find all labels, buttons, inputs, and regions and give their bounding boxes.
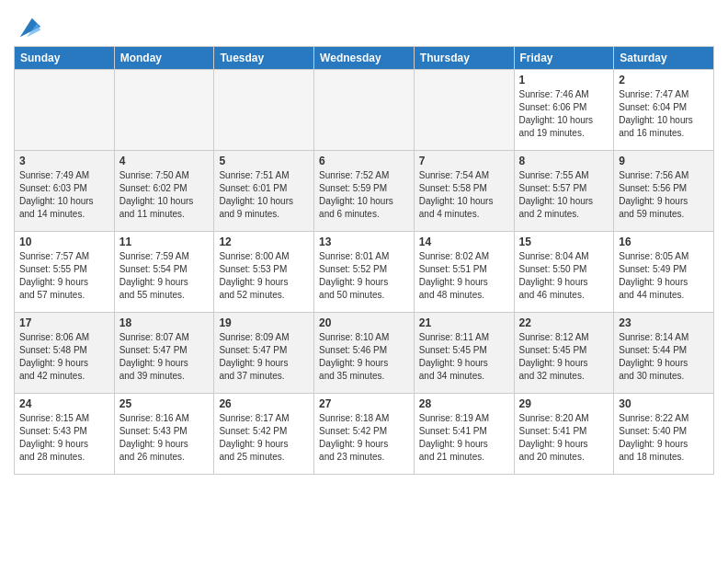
day-number: 5: [219, 155, 309, 167]
day-info: Sunrise: 7:57 AM Sunset: 5:55 PM Dayligh…: [19, 250, 109, 302]
day-number: 20: [319, 316, 409, 329]
calendar-cell: 28Sunrise: 8:19 AM Sunset: 5:41 PM Dayli…: [414, 394, 514, 475]
day-number: 21: [419, 316, 509, 329]
calendar-cell: 20Sunrise: 8:10 AM Sunset: 5:46 PM Dayli…: [314, 313, 415, 394]
day-info: Sunrise: 8:00 AM Sunset: 5:53 PM Dayligh…: [219, 250, 309, 302]
day-number: 14: [419, 236, 509, 248]
weekday-header-monday: Monday: [114, 47, 214, 70]
day-info: Sunrise: 8:07 AM Sunset: 5:47 PM Dayligh…: [119, 331, 210, 383]
calendar-cell: 16Sunrise: 8:05 AM Sunset: 5:49 PM Dayli…: [614, 232, 714, 313]
calendar-week-row: 1Sunrise: 7:46 AM Sunset: 6:06 PM Daylig…: [15, 70, 714, 151]
calendar-cell: [114, 70, 214, 151]
calendar-week-row: 10Sunrise: 7:57 AM Sunset: 5:55 PM Dayli…: [15, 232, 714, 313]
day-info: Sunrise: 8:19 AM Sunset: 5:41 PM Dayligh…: [419, 412, 509, 464]
calendar-cell: 22Sunrise: 8:12 AM Sunset: 5:45 PM Dayli…: [514, 313, 614, 394]
day-info: Sunrise: 7:47 AM Sunset: 6:04 PM Dayligh…: [619, 88, 709, 140]
calendar-week-row: 17Sunrise: 8:06 AM Sunset: 5:48 PM Dayli…: [15, 313, 714, 394]
calendar-cell: 18Sunrise: 8:07 AM Sunset: 5:47 PM Dayli…: [114, 313, 214, 394]
day-number: 24: [19, 397, 109, 410]
calendar-cell: 8Sunrise: 7:55 AM Sunset: 5:57 PM Daylig…: [514, 151, 614, 232]
calendar-cell: [314, 70, 415, 151]
weekday-header-row: SundayMondayTuesdayWednesdayThursdayFrid…: [15, 47, 714, 70]
calendar-cell: [15, 70, 115, 151]
calendar-table: SundayMondayTuesdayWednesdayThursdayFrid…: [14, 46, 714, 475]
day-info: Sunrise: 8:16 AM Sunset: 5:43 PM Dayligh…: [119, 412, 210, 464]
weekday-header-saturday: Saturday: [614, 47, 714, 70]
day-number: 25: [119, 397, 210, 410]
day-info: Sunrise: 7:59 AM Sunset: 5:54 PM Dayligh…: [119, 250, 210, 302]
calendar-cell: 11Sunrise: 7:59 AM Sunset: 5:54 PM Dayli…: [114, 232, 214, 313]
calendar-cell: 15Sunrise: 8:04 AM Sunset: 5:50 PM Dayli…: [514, 232, 614, 313]
day-info: Sunrise: 7:55 AM Sunset: 5:57 PM Dayligh…: [519, 169, 609, 221]
day-info: Sunrise: 7:54 AM Sunset: 5:58 PM Dayligh…: [419, 169, 509, 221]
calendar-cell: 2Sunrise: 7:47 AM Sunset: 6:04 PM Daylig…: [614, 70, 714, 151]
day-number: 6: [319, 155, 409, 167]
calendar-cell: 4Sunrise: 7:50 AM Sunset: 6:02 PM Daylig…: [114, 151, 214, 232]
day-info: Sunrise: 8:18 AM Sunset: 5:42 PM Dayligh…: [319, 412, 409, 464]
day-info: Sunrise: 8:12 AM Sunset: 5:45 PM Dayligh…: [519, 331, 609, 383]
day-info: Sunrise: 8:02 AM Sunset: 5:51 PM Dayligh…: [419, 250, 509, 302]
day-number: 28: [419, 397, 509, 410]
day-number: 18: [119, 316, 210, 329]
calendar-cell: 9Sunrise: 7:56 AM Sunset: 5:56 PM Daylig…: [614, 151, 714, 232]
day-info: Sunrise: 7:49 AM Sunset: 6:03 PM Dayligh…: [19, 169, 109, 221]
weekday-header-tuesday: Tuesday: [214, 47, 314, 70]
calendar-cell: 17Sunrise: 8:06 AM Sunset: 5:48 PM Dayli…: [15, 313, 115, 394]
calendar-cell: 21Sunrise: 8:11 AM Sunset: 5:45 PM Dayli…: [414, 313, 514, 394]
day-info: Sunrise: 7:52 AM Sunset: 5:59 PM Dayligh…: [319, 169, 409, 221]
day-number: 11: [119, 236, 210, 248]
day-info: Sunrise: 8:05 AM Sunset: 5:49 PM Dayligh…: [619, 250, 709, 302]
calendar-cell: 19Sunrise: 8:09 AM Sunset: 5:47 PM Dayli…: [214, 313, 314, 394]
day-info: Sunrise: 8:06 AM Sunset: 5:48 PM Dayligh…: [19, 331, 109, 383]
page-header: [14, 9, 714, 40]
day-info: Sunrise: 7:46 AM Sunset: 6:06 PM Dayligh…: [519, 88, 609, 140]
day-number: 13: [319, 236, 409, 248]
day-number: 19: [219, 316, 309, 329]
day-number: 29: [519, 397, 609, 410]
day-number: 12: [219, 236, 309, 248]
day-info: Sunrise: 8:14 AM Sunset: 5:44 PM Dayligh…: [619, 331, 709, 383]
day-number: 2: [619, 74, 709, 86]
day-number: 30: [619, 397, 709, 410]
day-info: Sunrise: 7:51 AM Sunset: 6:01 PM Dayligh…: [219, 169, 309, 221]
day-number: 3: [19, 155, 109, 167]
day-number: 10: [19, 236, 109, 248]
day-info: Sunrise: 8:11 AM Sunset: 5:45 PM Dayligh…: [419, 331, 509, 383]
day-info: Sunrise: 8:10 AM Sunset: 5:46 PM Dayligh…: [319, 331, 409, 383]
day-number: 8: [519, 155, 609, 167]
calendar-cell: 1Sunrise: 7:46 AM Sunset: 6:06 PM Daylig…: [514, 70, 614, 151]
day-info: Sunrise: 7:56 AM Sunset: 5:56 PM Dayligh…: [619, 169, 709, 221]
calendar-cell: 27Sunrise: 8:18 AM Sunset: 5:42 PM Dayli…: [314, 394, 415, 475]
weekday-header-wednesday: Wednesday: [314, 47, 415, 70]
calendar-cell: 25Sunrise: 8:16 AM Sunset: 5:43 PM Dayli…: [114, 394, 214, 475]
day-number: 16: [619, 236, 709, 248]
calendar-cell: [414, 70, 514, 151]
day-info: Sunrise: 8:20 AM Sunset: 5:41 PM Dayligh…: [519, 412, 609, 464]
calendar-cell: 5Sunrise: 7:51 AM Sunset: 6:01 PM Daylig…: [214, 151, 314, 232]
day-info: Sunrise: 8:09 AM Sunset: 5:47 PM Dayligh…: [219, 331, 309, 383]
calendar-cell: 3Sunrise: 7:49 AM Sunset: 6:03 PM Daylig…: [15, 151, 115, 232]
day-number: 23: [619, 316, 709, 329]
calendar-cell: 26Sunrise: 8:17 AM Sunset: 5:42 PM Dayli…: [214, 394, 314, 475]
calendar-cell: 13Sunrise: 8:01 AM Sunset: 5:52 PM Dayli…: [314, 232, 415, 313]
calendar-cell: 14Sunrise: 8:02 AM Sunset: 5:51 PM Dayli…: [414, 232, 514, 313]
calendar-cell: 12Sunrise: 8:00 AM Sunset: 5:53 PM Dayli…: [214, 232, 314, 313]
weekday-header-thursday: Thursday: [414, 47, 514, 70]
calendar-cell: 29Sunrise: 8:20 AM Sunset: 5:41 PM Dayli…: [514, 394, 614, 475]
day-number: 4: [119, 155, 210, 167]
logo-icon: [17, 15, 42, 40]
day-number: 26: [219, 397, 309, 410]
day-info: Sunrise: 8:01 AM Sunset: 5:52 PM Dayligh…: [319, 250, 409, 302]
calendar-week-row: 3Sunrise: 7:49 AM Sunset: 6:03 PM Daylig…: [15, 151, 714, 232]
day-info: Sunrise: 8:15 AM Sunset: 5:43 PM Dayligh…: [19, 412, 109, 464]
calendar-cell: 30Sunrise: 8:22 AM Sunset: 5:40 PM Dayli…: [614, 394, 714, 475]
day-number: 22: [519, 316, 609, 329]
weekday-header-sunday: Sunday: [15, 47, 115, 70]
calendar-cell: [214, 70, 314, 151]
calendar-cell: 7Sunrise: 7:54 AM Sunset: 5:58 PM Daylig…: [414, 151, 514, 232]
day-info: Sunrise: 8:04 AM Sunset: 5:50 PM Dayligh…: [519, 250, 609, 302]
day-number: 17: [19, 316, 109, 329]
calendar-cell: 24Sunrise: 8:15 AM Sunset: 5:43 PM Dayli…: [15, 394, 115, 475]
calendar-week-row: 24Sunrise: 8:15 AM Sunset: 5:43 PM Dayli…: [15, 394, 714, 475]
calendar-cell: 10Sunrise: 7:57 AM Sunset: 5:55 PM Dayli…: [15, 232, 115, 313]
